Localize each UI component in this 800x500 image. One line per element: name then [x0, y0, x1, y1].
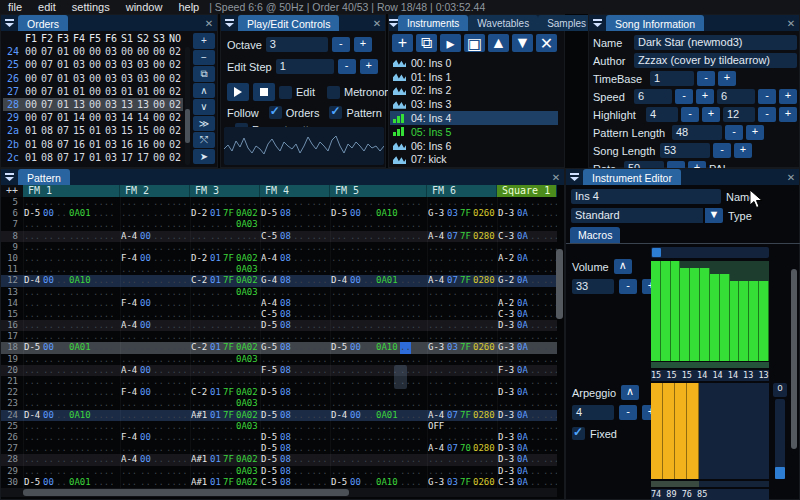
pattern-segment[interactable]: .. [447, 298, 458, 309]
window-menu-icon[interactable] [566, 169, 583, 185]
orders-row-2c[interactable]: 2c01080717010317170002 [3, 151, 183, 164]
pattern-segment[interactable]: .... [306, 466, 328, 477]
pattern-cell-fm4[interactable]: D-508...... [260, 320, 330, 331]
pattern-segment[interactable]: .. [210, 231, 221, 242]
pattern-cell-fm1[interactable]: ............... [23, 454, 120, 465]
pattern-segment[interactable]: G-4 [261, 275, 278, 286]
pattern-segment[interactable]: .... [306, 309, 328, 320]
pattern-segment[interactable]: 0A [517, 365, 528, 376]
pattern-segment[interactable]: .... [306, 454, 328, 465]
pattern-cell-fm5[interactable]: D-500..0A10.... [330, 208, 427, 219]
pattern-segment[interactable]: .. [363, 365, 374, 376]
pattern-segment[interactable]: .. [363, 242, 374, 253]
pattern-segment[interactable]: .. [460, 432, 471, 443]
speed1-minus-button[interactable]: - [675, 89, 693, 104]
pattern-segment[interactable]: F-4 [121, 253, 138, 264]
pattern-segment[interactable]: ... [428, 331, 445, 342]
pattern-segment[interactable]: .. [56, 443, 67, 454]
pattern-segment[interactable]: .. [350, 432, 361, 443]
pattern-segment[interactable]: .. [56, 387, 67, 398]
edit-checkbox[interactable] [279, 86, 292, 99]
pattern-segment[interactable]: .... [473, 253, 495, 264]
pattern-segment[interactable]: ... [121, 421, 138, 432]
pattern-segment[interactable]: .... [400, 275, 422, 286]
pattern-segment[interactable]: 0280 [473, 410, 495, 421]
pattern-segment[interactable]: .. [153, 365, 164, 376]
pattern-segment[interactable]: .. [43, 331, 54, 342]
pattern-segment[interactable]: .. [210, 443, 221, 454]
pattern-segment[interactable]: D-5 [261, 410, 278, 421]
pattern-cell-fm5[interactable]: ............... [330, 264, 427, 275]
pattern-segment[interactable]: .... [473, 466, 495, 477]
pattern-segment[interactable]: .. [460, 253, 471, 264]
pattern-segment[interactable]: .. [350, 398, 361, 409]
pattern-cell-fm3[interactable]: ........... [190, 309, 260, 320]
pattern-cell-fm6[interactable]: ........... [427, 219, 497, 230]
pattern-cell-fm3[interactable]: .......0A03 [190, 219, 260, 230]
pattern-segment[interactable]: .... [166, 477, 188, 488]
pattern-length-plus-button[interactable]: + [746, 125, 764, 140]
pattern-segment[interactable]: .... [376, 197, 398, 208]
song-name-input[interactable]: Dark Star (newmod3) [634, 35, 797, 50]
pattern-segment[interactable]: ... [121, 275, 138, 286]
pattern-segment[interactable]: .. [293, 376, 304, 387]
volume-macro-minus-button[interactable]: - [619, 279, 637, 294]
add-button[interactable]: + [193, 33, 215, 49]
pattern-segment[interactable]: ... [24, 331, 41, 342]
volume-macro-bar[interactable] [661, 261, 671, 361]
pattern-cell-fm3[interactable]: C-2017F0A02 [190, 275, 260, 286]
pattern-segment[interactable]: .. [350, 466, 361, 477]
pattern-segment[interactable]: ... [121, 354, 138, 365]
pattern-cell-fm4[interactable]: ........... [260, 287, 330, 298]
pattern-segment[interactable]: .. [350, 354, 361, 365]
pattern-segment[interactable]: .... [166, 320, 188, 331]
pattern-cell-fm1[interactable]: ............... [23, 432, 120, 443]
pattern-segment[interactable]: .. [517, 376, 528, 387]
pattern-segment[interactable]: .. [293, 264, 304, 275]
pattern-segment[interactable]: .. [140, 242, 151, 253]
pattern-segment[interactable]: ... [24, 242, 41, 253]
instrument-name-input[interactable]: Ins 4 [571, 189, 721, 204]
pattern-segment[interactable]: ... [24, 365, 41, 376]
pattern-segment[interactable]: .... [400, 264, 422, 275]
pattern-segment[interactable]: .. [293, 275, 304, 286]
pattern-segment[interactable]: A-4 [121, 454, 138, 465]
pattern-segment[interactable]: ... [24, 354, 41, 365]
pattern-segment[interactable]: .. [43, 197, 54, 208]
pattern-cell-fm4[interactable]: G-508...... [260, 342, 330, 353]
pattern-segment[interactable]: ... [121, 398, 138, 409]
pattern-segment[interactable]: .. [56, 320, 67, 331]
speed2-plus-button[interactable]: + [779, 89, 797, 104]
pattern-segment[interactable]: ... [261, 421, 278, 432]
pattern-segment[interactable]: .. [530, 219, 541, 230]
pattern-cell-fm1[interactable]: ............... [23, 354, 120, 365]
pattern-segment[interactable]: .... [236, 231, 258, 242]
pattern-segment[interactable]: .. [530, 477, 541, 488]
pattern-segment[interactable]: .. [210, 331, 221, 342]
pattern-segment[interactable]: .. [56, 421, 67, 432]
instrument-item-04[interactable]: 04: Ins 4 [390, 111, 558, 125]
pattern-segment[interactable]: .... [400, 342, 422, 353]
pattern-segment[interactable]: ... [428, 376, 445, 387]
pattern-segment[interactable]: .. [363, 197, 374, 208]
pattern-segment[interactable]: 0A [517, 208, 528, 219]
pattern-segment[interactable]: .. [460, 398, 471, 409]
pattern-cell-fm6[interactable]: ........... [427, 354, 497, 365]
pattern-segment[interactable]: 0A02 [236, 342, 258, 353]
pattern-cell-fm4[interactable]: ........... [260, 331, 330, 342]
pattern-segment[interactable]: 0A [517, 443, 528, 454]
move-up-icon[interactable]: ▲ [488, 34, 509, 52]
pattern-segment[interactable]: ... [331, 298, 348, 309]
pattern-segment[interactable]: 0A10 [376, 477, 398, 488]
pattern-segment[interactable]: ... [331, 387, 348, 398]
pattern-cell-fm4[interactable]: ........... [260, 219, 330, 230]
pattern-cell-fm6[interactable]: G-3037F0260 [427, 208, 497, 219]
pattern-segment[interactable]: .. [43, 320, 54, 331]
pattern-cell-fm5[interactable]: ............... [330, 354, 427, 365]
pattern-segment[interactable]: .... [543, 287, 557, 298]
pattern-segment[interactable]: D-3 [498, 454, 515, 465]
pattern-segment[interactable]: 0280 [473, 443, 495, 454]
pattern-segment[interactable]: .. [223, 309, 234, 320]
pattern-segment[interactable]: .... [543, 398, 557, 409]
pattern-segment[interactable]: .. [447, 387, 458, 398]
